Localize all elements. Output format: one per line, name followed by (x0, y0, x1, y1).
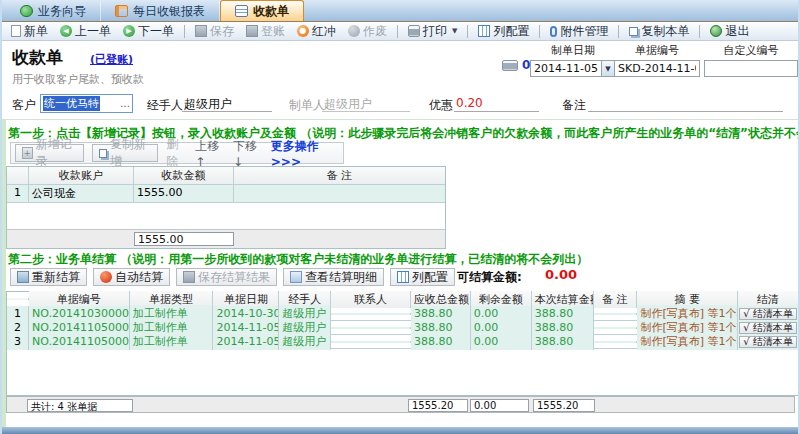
column-config-label: 列配置 (493, 23, 529, 40)
doc-no-input[interactable] (614, 60, 700, 77)
creator-field: 超级用户 (322, 94, 410, 112)
doc-no-group: 单据编号 (614, 43, 700, 77)
account-table-row[interactable]: 1 公司现金 1555.00 (7, 185, 445, 203)
tab-business-wizard[interactable]: 业务向导 (6, 1, 101, 21)
save-settlement-button[interactable]: 保存结算结果 (176, 268, 277, 286)
copy-add-button[interactable]: 复制新增 (92, 144, 158, 162)
resettle-icon (17, 271, 29, 283)
header-cell[interactable]: 本次结算金额 (532, 291, 594, 308)
row-number: 1 (7, 306, 29, 321)
settle-amount-sum: 1555.20 (533, 399, 595, 412)
row-number: 1 (7, 185, 29, 202)
doc-date-input[interactable] (530, 60, 602, 77)
posted-status-link[interactable]: (已登账) (90, 52, 133, 67)
column-config-icon (478, 25, 490, 37)
red-flush-button[interactable]: ● 红冲 (292, 22, 341, 41)
next-doc-button[interactable]: ▶ 下一单 (118, 22, 179, 41)
total-amount-sum: 1555.20 (408, 399, 468, 412)
auto-settle-button[interactable]: 自动结算 (93, 268, 170, 286)
header-cell[interactable]: 备 注 (594, 291, 638, 308)
check-icon: √ (743, 308, 749, 319)
tab-label: 业务向导 (38, 3, 86, 20)
print-button[interactable]: 打印 ▼ (403, 22, 462, 41)
delete-row-button[interactable]: 删除 (166, 136, 187, 170)
register-button[interactable]: 登账 (241, 22, 290, 41)
tab-receipt[interactable]: 收款单 (220, 0, 304, 21)
save-settlement-label: 保存结算结果 (198, 269, 270, 286)
clear-cell: √结清本单 (738, 306, 798, 321)
save-settlement-icon (183, 271, 195, 283)
prev-doc-button[interactable]: ◀ 上一单 (55, 22, 116, 41)
clear-doc-button[interactable]: √结清本单 (739, 308, 796, 320)
print-dropdown-icon[interactable]: ▼ (452, 27, 457, 35)
void-button[interactable]: 作废 (343, 22, 392, 41)
window-bottom-bar (2, 427, 798, 434)
settle-amount-cell[interactable]: 388.80 (532, 320, 594, 335)
column-config-button[interactable]: 列配置 (473, 22, 534, 41)
contact-cell (331, 313, 411, 315)
new-doc-label: 新单 (24, 23, 48, 40)
page-subtitle: 用于收取客户尾款、预收款 (12, 72, 144, 87)
attachments-button[interactable]: 附件管理 (545, 22, 613, 41)
move-down-button[interactable]: 下移↓ (233, 138, 263, 169)
print-label: 打印 (423, 23, 447, 40)
new-doc-button[interactable]: 新单 (6, 22, 53, 41)
header-cell[interactable]: 备 注 (234, 167, 445, 184)
view-detail-label: 查看结算明细 (305, 269, 377, 286)
add-record-button[interactable]: + 新增记录 (15, 144, 84, 162)
settlement-column-config-button[interactable]: 列配置 (390, 268, 455, 286)
remark-cell[interactable] (234, 185, 445, 202)
move-up-button[interactable]: 上移↑ (195, 138, 225, 169)
tab-label: 每日收银报表 (133, 3, 205, 20)
auto-settle-icon (100, 271, 112, 283)
settle-amount-cell[interactable]: 388.80 (532, 306, 594, 321)
add-record-label: 新增记录 (36, 136, 77, 170)
copy-add-label: 复制新增 (110, 136, 151, 170)
customer-field[interactable]: 统一优马特 … (40, 94, 133, 113)
discount-label: 优惠 (429, 97, 453, 114)
doc-no-cell: NO.201411050002 (29, 334, 130, 349)
handler-field[interactable]: 超级用户 (182, 94, 272, 112)
copy-doc-button[interactable]: 复制本单 (624, 22, 694, 41)
prev-icon: ◀ (60, 25, 72, 37)
save-icon (195, 25, 207, 37)
tab-daily-cashier-report[interactable]: 每日收银报表 (101, 1, 220, 21)
view-settlement-detail-button[interactable]: 查看结算明细 (283, 268, 384, 286)
exit-icon (710, 25, 722, 37)
remaining-amount-cell: 0.00 (471, 306, 532, 321)
amount-cell[interactable]: 1555.00 (134, 185, 234, 202)
doc-date-cell: 2014-11-05 (213, 334, 279, 349)
more-actions-link[interactable]: 更多操作>>> (271, 138, 339, 169)
header-cell[interactable]: 联系人 (331, 291, 411, 308)
header-cell[interactable]: 结清 (738, 291, 798, 308)
account-cell[interactable]: 公司现金 (29, 185, 134, 202)
remark-cell (594, 341, 638, 343)
header-cell[interactable]: 收款账户 (29, 167, 134, 184)
void-label: 作废 (363, 23, 387, 40)
clear-doc-button[interactable]: √结清本单 (739, 322, 796, 334)
tab-bar: 业务向导 每日收银报表 收款单 (2, 0, 798, 22)
settlement-toolbar: 重新结算 自动结算 保存结算结果 查看结算明细 列配置 (10, 266, 455, 288)
header-cell[interactable]: 收款金额 (134, 167, 234, 184)
doc-no-label: 单据编号 (614, 43, 700, 58)
header-cell (7, 298, 29, 300)
discount-field[interactable]: 0.20 (454, 94, 539, 112)
resettle-button[interactable]: 重新结算 (10, 268, 87, 286)
header-cell[interactable]: 剩余金额 (471, 291, 532, 308)
header-cell[interactable]: 单据日期 (213, 291, 279, 308)
attachments-label: 附件管理 (560, 23, 608, 40)
contact-cell (331, 341, 411, 343)
custom-no-input[interactable] (704, 60, 798, 77)
printer-icon[interactable] (502, 60, 518, 71)
account-total-value: 1555.00 (134, 232, 234, 246)
header-cell[interactable]: 应收总金额 (411, 291, 471, 308)
remark-field[interactable] (588, 94, 783, 112)
customer-browse-button[interactable]: … (120, 98, 130, 109)
save-button[interactable]: 保存 (190, 22, 239, 41)
clear-doc-button[interactable]: √结清本单 (739, 336, 796, 348)
creator-label: 制单人 (289, 97, 325, 114)
account-table: 收款账户 收款金额 备 注 1 公司现金 1555.00 1555.00 (6, 166, 446, 249)
settle-amount-cell[interactable]: 388.80 (532, 334, 594, 349)
exit-button[interactable]: 退出 (705, 22, 754, 41)
header-cell[interactable]: 单据编号 (29, 291, 130, 308)
